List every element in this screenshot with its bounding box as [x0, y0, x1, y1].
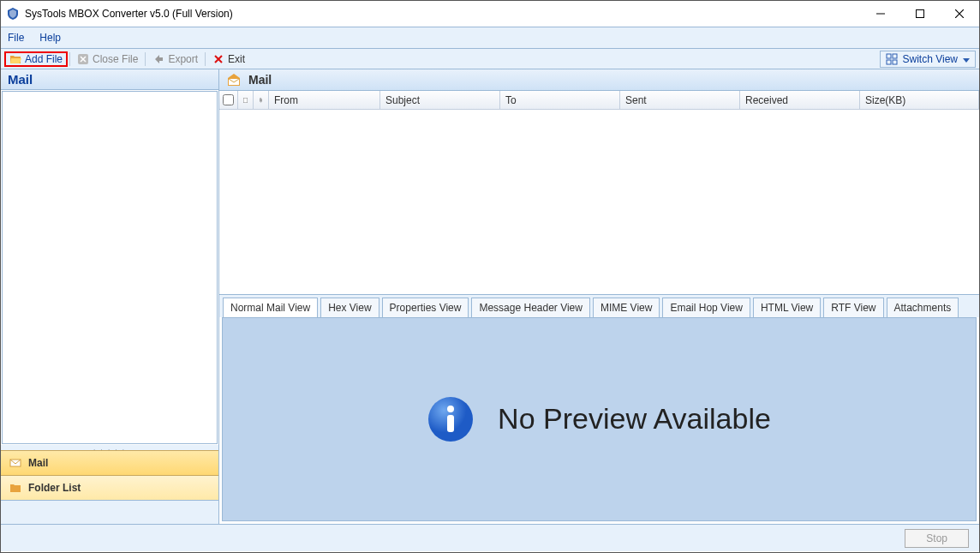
- menu-help[interactable]: Help: [39, 32, 61, 44]
- close-file-label: Close File: [93, 53, 138, 65]
- column-attachment-icon[interactable]: [254, 91, 269, 109]
- column-received[interactable]: Received: [740, 91, 860, 109]
- tab-properties-view[interactable]: Properties View: [382, 298, 469, 317]
- column-to[interactable]: To: [500, 91, 620, 109]
- tab-hex-view[interactable]: Hex View: [320, 298, 379, 317]
- close-file-icon: [77, 53, 89, 65]
- grid-header: From Subject To Sent Received Size(KB): [219, 91, 979, 110]
- folder-open-icon: [9, 53, 21, 65]
- main-header-label: Mail: [248, 73, 272, 87]
- switch-view-label: Switch View: [903, 53, 958, 65]
- svg-rect-0: [917, 10, 924, 18]
- main-header: Mail: [219, 69, 979, 91]
- column-from[interactable]: From: [269, 91, 380, 109]
- sidebar-item-folder-list[interactable]: Folder List: [1, 475, 218, 500]
- mail-grid[interactable]: [219, 110, 979, 294]
- tab-mime-view[interactable]: MIME View: [593, 298, 660, 317]
- export-label: Export: [168, 53, 198, 65]
- svg-rect-8: [243, 98, 248, 103]
- exit-button[interactable]: Exit: [207, 51, 250, 67]
- mail-open-icon: [226, 72, 242, 87]
- maximize-button[interactable]: [900, 1, 940, 27]
- sidebar-header: Mail: [1, 69, 218, 90]
- folder-tree[interactable]: [2, 91, 218, 444]
- svg-rect-3: [893, 54, 897, 58]
- column-subject[interactable]: Subject: [380, 91, 500, 109]
- preview-pane: No Preview Available: [222, 317, 977, 521]
- preview-message: No Preview Available: [498, 402, 771, 436]
- tab-html-view[interactable]: HTML View: [753, 298, 821, 317]
- mail-icon: [9, 457, 21, 469]
- tab-rtf-view[interactable]: RTF View: [823, 298, 883, 317]
- tab-normal-mail-view[interactable]: Normal Mail View: [223, 298, 318, 317]
- main-panel: Mail From Subject To Sent Received Size(…: [219, 69, 979, 524]
- tab-attachments[interactable]: Attachments: [887, 298, 959, 317]
- svg-rect-2: [887, 54, 891, 58]
- add-file-label: Add File: [25, 53, 63, 65]
- tab-email-hop-view[interactable]: Email Hop View: [662, 298, 750, 317]
- sidebar-footer: [1, 500, 218, 524]
- window-title: SysTools MBOX Converter v5.0 (Full Versi…: [25, 8, 861, 20]
- stop-button[interactable]: Stop: [905, 529, 969, 548]
- title-bar: SysTools MBOX Converter v5.0 (Full Versi…: [1, 1, 979, 27]
- minimize-button[interactable]: [861, 1, 900, 27]
- sidebar-item-mail[interactable]: Mail: [1, 450, 218, 475]
- chevron-down-icon: [963, 53, 970, 65]
- sidebar-mail-label: Mail: [28, 457, 48, 469]
- column-checkbox[interactable]: [219, 91, 238, 109]
- tab-message-header-view[interactable]: Message Header View: [471, 298, 590, 317]
- export-icon: [152, 53, 164, 65]
- sidebar: Mail . . . . . Mail Folder List: [1, 69, 219, 524]
- svg-rect-5: [893, 60, 897, 64]
- info-icon: [427, 396, 474, 442]
- select-all-checkbox[interactable]: [223, 94, 234, 105]
- exit-icon: [212, 53, 224, 65]
- column-sent[interactable]: Sent: [620, 91, 740, 109]
- switch-view-icon: [886, 53, 898, 65]
- exit-label: Exit: [228, 53, 245, 65]
- sidebar-folder-label: Folder List: [28, 482, 81, 494]
- toolbar: Add File Close File Export Exit Switch V…: [1, 49, 979, 69]
- svg-point-10: [447, 406, 454, 412]
- svg-rect-4: [887, 60, 891, 64]
- switch-view-button[interactable]: Switch View: [880, 51, 976, 68]
- add-file-button[interactable]: Add File: [4, 51, 68, 67]
- content-area: Mail . . . . . Mail Folder List Mail Fro…: [1, 69, 979, 524]
- preview-tabs: Normal Mail View Hex View Properties Vie…: [219, 294, 979, 317]
- menu-bar: File Help: [1, 27, 979, 49]
- sidebar-nav: Mail Folder List: [1, 450, 218, 500]
- column-size[interactable]: Size(KB): [860, 91, 979, 109]
- svg-rect-11: [447, 415, 454, 432]
- export-button[interactable]: Export: [147, 51, 203, 67]
- app-icon: [6, 7, 20, 21]
- menu-file[interactable]: File: [8, 32, 24, 44]
- status-bar: Stop: [1, 524, 979, 551]
- column-page-icon[interactable]: [238, 91, 254, 109]
- folder-icon: [9, 482, 21, 494]
- close-button[interactable]: [940, 1, 979, 27]
- close-file-button[interactable]: Close File: [72, 51, 143, 67]
